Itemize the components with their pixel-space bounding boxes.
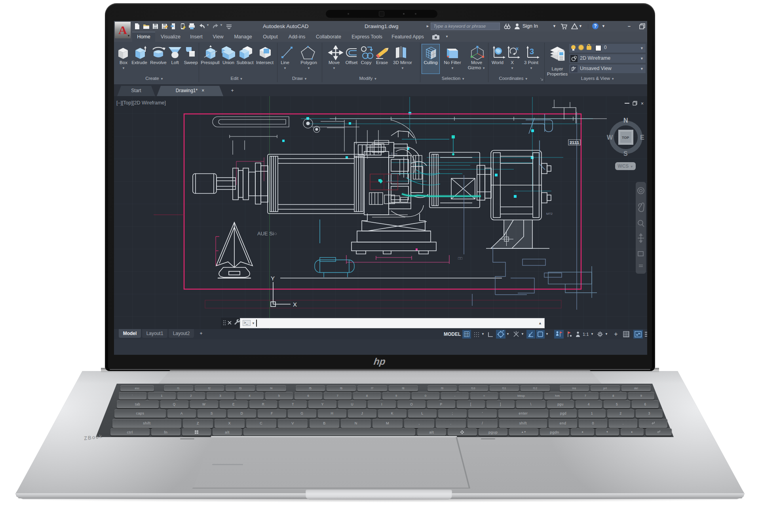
svg-text:2111: 2111 [570, 141, 579, 145]
svg-text:3: 3 [530, 47, 534, 56]
svg-text:□□: □□ [458, 256, 462, 260]
svg-text:AUE Si○: AUE Si○ [257, 231, 277, 237]
svg-text:S: S [623, 150, 628, 157]
svg-text:x: x [516, 45, 519, 51]
svg-text:X: X [293, 301, 297, 308]
svg-text:MT2: MT2 [546, 212, 553, 216]
svg-text:W: W [607, 134, 613, 141]
svg-text:hp: hp [373, 356, 386, 367]
svg-text:N: N [623, 117, 628, 124]
svg-text:Y: Y [271, 275, 275, 282]
svg-text:TOP: TOP [622, 136, 629, 140]
svg-text:E: E [640, 134, 644, 141]
svg-text:Dew: Dew [391, 152, 397, 155]
